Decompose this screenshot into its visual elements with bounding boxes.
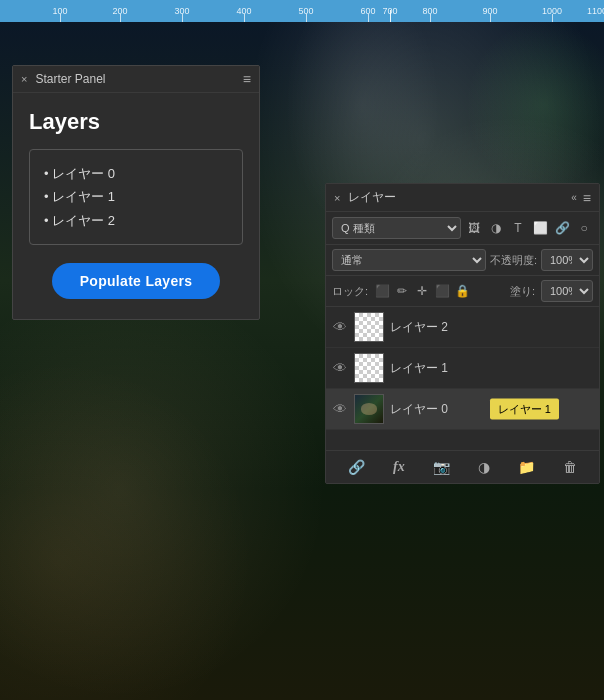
populate-layers-button[interactable]: Populate Layers [52,263,221,299]
lock-artboard-icon[interactable]: ⬛ [434,283,450,299]
starter-panel-menu-icon[interactable]: ≡ [243,71,251,87]
fill-value-select[interactable]: 100% [541,280,593,302]
starter-panel-close-icon[interactable]: × [21,73,27,85]
layer-visibility-icon-0[interactable]: 👁 [332,401,348,417]
layers-panel-close-icon[interactable]: × [334,192,340,204]
filter-circle-icon[interactable]: ○ [575,219,593,237]
lock-all-icon[interactable]: 🔒 [454,283,470,299]
new-adjustment-icon[interactable]: 📷 [429,457,454,477]
starter-panel-layers-heading: Layers [29,109,243,135]
starter-panel-title: Starter Panel [35,72,105,86]
list-item-1: レイヤー 1 [44,185,228,208]
lock-paint-icon[interactable]: ✏ [394,283,410,299]
filter-shape-icon[interactable]: ⬜ [531,219,549,237]
layer-thumb-1 [354,353,384,383]
fill-label: 塗り: [510,284,535,299]
opacity-label: 不透明度: [490,253,537,268]
link-layers-icon[interactable]: 🔗 [344,457,369,477]
lock-pixels-icon[interactable]: ⬛ [374,283,390,299]
layers-panel: × レイヤー « ≡ Q 種類 🖼 ◑ T ⬜ 🔗 ○ 通常 不透明度: 100… [325,183,600,484]
layers-panel-title: レイヤー [348,189,396,206]
layer-rename-tooltip: レイヤー 1 [490,399,559,420]
layer-item-0[interactable]: 👁 レイヤー 0 レイヤー 1 [326,389,599,430]
new-layer-icon[interactable]: 📁 [514,457,539,477]
layer-name-2: レイヤー 2 [390,319,593,336]
layer-thumb-2 [354,312,384,342]
layer-visibility-icon-1[interactable]: 👁 [332,360,348,376]
starter-panel-list-box: レイヤー 0 レイヤー 1 レイヤー 2 [29,149,243,245]
lock-move-icon[interactable]: ✛ [414,283,430,299]
blend-mode-select[interactable]: 通常 [332,249,486,271]
opacity-value-select[interactable]: 100% [541,249,593,271]
create-group-icon[interactable]: ◑ [474,457,494,477]
layer-name-1: レイヤー 1 [390,360,593,377]
list-item-0: レイヤー 0 [44,162,228,185]
layer-thumb-0 [354,394,384,424]
fx-icon[interactable]: fx [389,457,409,477]
filter-text-icon[interactable]: T [509,219,527,237]
layers-panel-menu-icon[interactable]: ≡ [583,190,591,206]
blend-mode-row: 通常 不透明度: 100% [326,245,599,276]
ruler-label-1100: 1100 [587,6,604,16]
starter-panel-header: × Starter Panel ≡ [13,66,259,93]
layers-bottom-toolbar: 🔗 fx 📷 ◑ 📁 🗑 [326,450,599,483]
lock-label: ロック: [332,284,368,299]
layers-spacer [326,430,599,450]
filter-image-icon[interactable]: 🖼 [465,219,483,237]
delete-layer-icon[interactable]: 🗑 [559,457,581,477]
ruler: 100 200 300 400 500 600 700 800 900 1000… [0,0,604,22]
filter-row: Q 種類 🖼 ◑ T ⬜ 🔗 ○ [326,212,599,245]
filter-adjustment-icon[interactable]: ◑ [487,219,505,237]
layer-item-2[interactable]: 👁 レイヤー 2 [326,307,599,348]
lock-row: ロック: ⬛ ✏ ✛ ⬛ 🔒 塗り: 100% [326,276,599,307]
lock-icons-group: ⬛ ✏ ✛ ⬛ 🔒 [374,283,504,299]
layer-visibility-icon-2[interactable]: 👁 [332,319,348,335]
starter-panel-body: Layers レイヤー 0 レイヤー 1 レイヤー 2 Populate Lay… [13,93,259,319]
filter-smart-icon[interactable]: 🔗 [553,219,571,237]
list-item-2: レイヤー 2 [44,209,228,232]
layers-panel-expand-icon[interactable]: « [571,192,577,203]
filter-type-select[interactable]: Q 種類 [332,217,461,239]
layers-panel-header: × レイヤー « ≡ [326,184,599,212]
starter-panel: × Starter Panel ≡ Layers レイヤー 0 レイヤー 1 レ… [12,65,260,320]
layer-item-1[interactable]: 👁 レイヤー 1 [326,348,599,389]
